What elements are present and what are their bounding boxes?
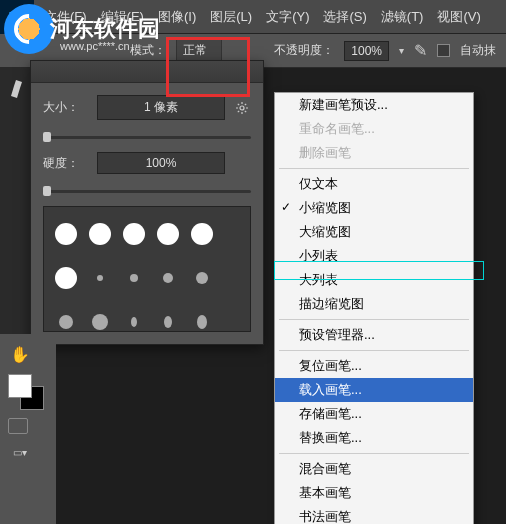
svg-line-7 (238, 110, 239, 111)
chevron-down-icon[interactable]: ▾ (399, 45, 404, 56)
size-slider[interactable] (43, 130, 251, 144)
ctx-calligraphy[interactable]: 书法画笔 (275, 505, 473, 524)
brush-preset[interactable] (154, 303, 182, 332)
ctx-large-thumb[interactable]: 大缩览图 (275, 220, 473, 244)
brush-preset[interactable] (52, 303, 80, 332)
gear-icon[interactable] (233, 99, 251, 117)
screenmode-icon[interactable]: ▭▾ (8, 440, 32, 464)
brush-presets: 25 50 (43, 206, 251, 332)
opacity-label: 不透明度： (274, 42, 334, 59)
panel-header[interactable] (31, 61, 263, 83)
mode-dropdown[interactable]: 正常 (176, 39, 222, 62)
separator (279, 453, 469, 454)
ctx-text-only[interactable]: 仅文本 (275, 172, 473, 196)
ctx-delete: 删除画笔 (275, 141, 473, 165)
menu-edit[interactable]: 编辑(E) (95, 4, 150, 30)
ctx-reset[interactable]: 复位画笔... (275, 354, 473, 378)
ctx-mixed[interactable]: 混合画笔 (275, 457, 473, 481)
menu-file[interactable]: 文件(F) (38, 4, 93, 30)
ps-logo: Ps (0, 0, 34, 34)
mode-label: 模式： (130, 42, 166, 59)
brush-panel: 大小： 1 像素 硬度： 100% (30, 60, 264, 345)
ctx-stroke-thumb[interactable]: 描边缩览图 (275, 292, 473, 316)
check-icon: ✓ (281, 200, 291, 214)
brush-preset[interactable] (188, 259, 216, 297)
menu-type[interactable]: 文字(Y) (260, 4, 315, 30)
svg-line-5 (238, 103, 239, 104)
menu-bar: Ps 文件(F) 编辑(E) 图像(I) 图层(L) 文字(Y) 选择(S) 滤… (0, 0, 506, 34)
color-swatches[interactable] (8, 374, 44, 410)
brush-preset[interactable] (86, 215, 114, 253)
separator (279, 350, 469, 351)
ctx-load[interactable]: 载入画笔... (275, 378, 473, 402)
brush-preset[interactable] (86, 303, 114, 332)
pressure-icon[interactable]: ✎ (414, 41, 427, 60)
opacity-value[interactable]: 100% (344, 41, 389, 61)
ctx-preset-mgr[interactable]: 预设管理器... (275, 323, 473, 347)
brush-preset[interactable] (120, 215, 148, 253)
auto-erase-checkbox[interactable] (437, 44, 450, 57)
brush-preset[interactable] (188, 215, 216, 253)
menu-view[interactable]: 视图(V) (431, 4, 486, 30)
menu-select[interactable]: 选择(S) (317, 4, 372, 30)
separator (279, 319, 469, 320)
ctx-save[interactable]: 存储画笔... (275, 402, 473, 426)
ctx-small-thumb[interactable]: ✓小缩览图 (275, 196, 473, 220)
ctx-rename: 重命名画笔... (275, 117, 473, 141)
brush-preset[interactable] (188, 303, 216, 332)
ctx-new-preset[interactable]: 新建画笔预设... (275, 93, 473, 117)
ctx-basic[interactable]: 基本画笔 (275, 481, 473, 505)
brush-context-menu: 新建画笔预设... 重命名画笔... 删除画笔 仅文本 ✓小缩览图 大缩览图 小… (274, 92, 474, 524)
brush-preset[interactable] (86, 259, 114, 297)
pencil-tool-icon (8, 76, 26, 100)
brush-preset[interactable] (154, 259, 182, 297)
hardness-field[interactable]: 100% (97, 152, 225, 174)
separator (279, 168, 469, 169)
size-field[interactable]: 1 像素 (97, 95, 225, 120)
hardness-label: 硬度： (43, 155, 89, 172)
hand-tool-icon[interactable]: ✋ (8, 342, 32, 366)
svg-line-8 (245, 103, 246, 104)
auto-erase-label: 自动抹 (460, 42, 496, 59)
brush-preset[interactable] (120, 259, 148, 297)
svg-line-6 (245, 110, 246, 111)
tools-panel: ✋ ▭▾ (0, 334, 56, 524)
menu-image[interactable]: 图像(I) (152, 4, 202, 30)
svg-point-0 (240, 106, 244, 110)
hardness-slider[interactable] (43, 184, 251, 198)
menu-filter[interactable]: 滤镜(T) (375, 4, 430, 30)
quickmask-icon[interactable] (8, 418, 28, 434)
brush-preset[interactable] (154, 215, 182, 253)
brush-preset[interactable] (52, 259, 80, 297)
fg-color[interactable] (8, 374, 32, 398)
ctx-replace[interactable]: 替换画笔... (275, 426, 473, 450)
menu-layer[interactable]: 图层(L) (204, 4, 258, 30)
brush-preset[interactable] (120, 303, 148, 332)
brush-preset[interactable] (52, 215, 80, 253)
size-label: 大小： (43, 99, 89, 116)
ctx-large-list[interactable]: 大列表 (275, 268, 473, 292)
ctx-small-list[interactable]: 小列表 (275, 244, 473, 268)
